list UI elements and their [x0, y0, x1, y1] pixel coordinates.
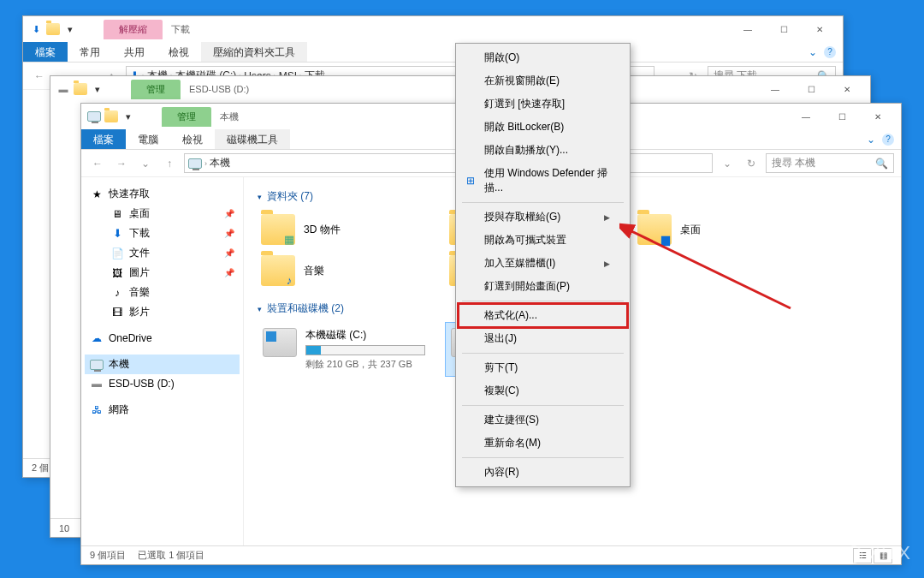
separator	[462, 353, 624, 354]
dropdown-icon[interactable]: ▾	[121, 109, 136, 124]
sidebar-item-pictures[interactable]: 🖼圖片📌	[85, 263, 240, 283]
close-button[interactable]: ✕	[860, 104, 896, 128]
separator	[462, 405, 624, 406]
ctx-create-shortcut[interactable]: 建立捷徑(S)	[459, 408, 627, 432]
expand-icon[interactable]: ⌄	[867, 134, 875, 146]
maximize-button[interactable]: ☐	[766, 17, 802, 41]
ctx-rename[interactable]: 重新命名(M)	[459, 432, 627, 455]
maximize-button[interactable]: ☐	[793, 77, 829, 101]
tab-drive-tools[interactable]: 磁碟機工具	[215, 129, 290, 149]
help-icon[interactable]: ?	[882, 134, 894, 146]
item-count: 2 個	[32, 462, 49, 474]
status-bar: 9 個項目 已選取 1 個項目 ☰ ▦	[81, 545, 901, 564]
drive-icon: ▬	[56, 81, 71, 97]
recent-button[interactable]: ⌄	[136, 154, 155, 173]
sidebar: ★快速存取 🖥桌面📌 ⬇下載📌 📄文件📌 🖼圖片📌 ♪音樂 🎞影片 ☁OneDr…	[81, 177, 244, 545]
folder-desktop[interactable]: ▆桌面	[634, 211, 814, 248]
up-button[interactable]: ↑	[160, 154, 179, 173]
item-count: 9 個項目	[90, 549, 126, 562]
chevron-right-icon: ▶	[604, 213, 610, 222]
tab-file[interactable]: 檔案	[23, 42, 68, 62]
ctx-format[interactable]: 格式化(A)...	[459, 304, 627, 327]
sidebar-onedrive[interactable]: ☁OneDrive	[85, 329, 240, 348]
close-button[interactable]: ✕	[802, 17, 838, 41]
minimize-button[interactable]: —	[788, 104, 824, 128]
pin-icon: 📌	[224, 229, 234, 238]
sidebar-item-downloads[interactable]: ⬇下載📌	[85, 223, 240, 243]
pc-icon	[188, 158, 202, 169]
folder-icon: ♪	[261, 255, 295, 286]
ctx-copy[interactable]: 複製(C)	[459, 379, 627, 402]
dropdown-icon[interactable]: ▾	[90, 81, 105, 97]
contextual-tab[interactable]: 管理	[131, 80, 181, 99]
folder-3d-objects[interactable]: ▦3D 物件	[258, 211, 437, 248]
tab-computer[interactable]: 電腦	[126, 129, 170, 149]
music-icon: ♪	[110, 286, 124, 300]
search-icon: 🔍	[875, 158, 888, 170]
forward-button[interactable]: →	[112, 154, 131, 173]
ctx-autoplay[interactable]: 開啟自動播放(Y)...	[459, 139, 627, 162]
sidebar-quick-access[interactable]: ★快速存取	[85, 184, 240, 204]
separator	[462, 301, 624, 301]
ctx-cut[interactable]: 剪下(T)	[459, 356, 627, 379]
back-button[interactable]: ←	[30, 67, 49, 86]
capacity-bar	[305, 345, 425, 355]
search-input[interactable]: 搜尋 本機 🔍	[766, 153, 894, 173]
ctx-add-library[interactable]: 加入至媒體櫃(I)▶	[459, 252, 627, 275]
expand-icon[interactable]: ⌄	[808, 46, 817, 58]
ctx-pin-quick-access[interactable]: 釘選到 [快速存取]	[459, 92, 627, 116]
watermark: ◯ XITX	[844, 542, 910, 564]
chevron-down-icon: ▾	[258, 305, 262, 313]
dropdown-icon[interactable]: ▾	[62, 21, 78, 37]
dropdown-icon[interactable]: ⌄	[718, 154, 737, 173]
sidebar-item-videos[interactable]: 🎞影片	[85, 302, 240, 322]
back-button[interactable]: ←	[88, 154, 107, 173]
help-icon[interactable]: ?	[824, 46, 836, 58]
chevron-right-icon: ▶	[604, 259, 610, 268]
folder-music[interactable]: ♪音樂	[258, 252, 437, 289]
sidebar-this-pc[interactable]: 本機	[85, 355, 240, 374]
sidebar-network[interactable]: 🖧網路	[85, 400, 240, 420]
drive-icon	[263, 328, 297, 357]
ctx-properties[interactable]: 內容(R)	[459, 461, 627, 484]
titlebar: ⬇ ▾ 解壓縮 下載 — ☐ ✕	[23, 16, 843, 42]
tab-file[interactable]: 檔案	[81, 129, 126, 149]
breadcrumb[interactable]: › 本機	[184, 153, 713, 173]
tab-home[interactable]: 常用	[68, 42, 112, 62]
ctx-bitlocker[interactable]: 開啟 BitLocker(B)	[459, 116, 627, 139]
sidebar-item-documents[interactable]: 📄文件📌	[85, 243, 240, 263]
drive-c[interactable]: 本機磁碟 (C:) 剩餘 210 GB，共 237 GB	[258, 323, 437, 376]
pin-icon: 📌	[224, 209, 234, 218]
pin-icon: 📌	[224, 248, 234, 258]
ctx-open-new-window[interactable]: 在新視窗開啟(E)	[459, 69, 627, 92]
maximize-button[interactable]: ☐	[824, 104, 860, 128]
ctx-defender-scan[interactable]: ⊞使用 Windows Defender 掃描...	[459, 162, 627, 200]
separator	[462, 457, 624, 458]
network-icon: 🖧	[90, 403, 104, 417]
tab-tools[interactable]: 壓縮的資料夾工具	[201, 42, 307, 62]
tab-view[interactable]: 檢視	[170, 129, 215, 149]
ctx-grant-access[interactable]: 授與存取權給(G)▶	[459, 206, 627, 229]
contextual-tab[interactable]: 解壓縮	[104, 20, 163, 39]
cloud-icon: ☁	[90, 331, 104, 345]
sidebar-usb-drive[interactable]: ▬ESD-USB (D:)	[85, 374, 240, 393]
minimize-button[interactable]: —	[757, 77, 793, 101]
document-icon: 📄	[110, 247, 124, 260]
refresh-button[interactable]: ↻	[742, 154, 761, 173]
sidebar-item-desktop[interactable]: 🖥桌面📌	[85, 204, 240, 223]
minimize-button[interactable]: —	[730, 17, 766, 41]
pc-icon	[86, 109, 102, 124]
close-button[interactable]: ✕	[829, 77, 865, 101]
download-icon: ⬇	[110, 227, 124, 241]
window-title: 本機	[220, 110, 239, 123]
tab-view[interactable]: 檢視	[157, 42, 201, 62]
folder-icon	[45, 21, 61, 37]
picture-icon: 🖼	[110, 266, 124, 280]
ctx-pin-start[interactable]: 釘選到開始畫面(P)	[459, 275, 627, 298]
sidebar-item-music[interactable]: ♪音樂	[85, 283, 240, 302]
tab-share[interactable]: 共用	[112, 42, 157, 62]
ctx-eject[interactable]: 退出(J)	[459, 327, 627, 350]
contextual-tab[interactable]: 管理	[162, 107, 211, 127]
ctx-open-portable[interactable]: 開啟為可攜式裝置	[459, 229, 627, 252]
ctx-open[interactable]: 開啟(O)	[459, 46, 627, 69]
